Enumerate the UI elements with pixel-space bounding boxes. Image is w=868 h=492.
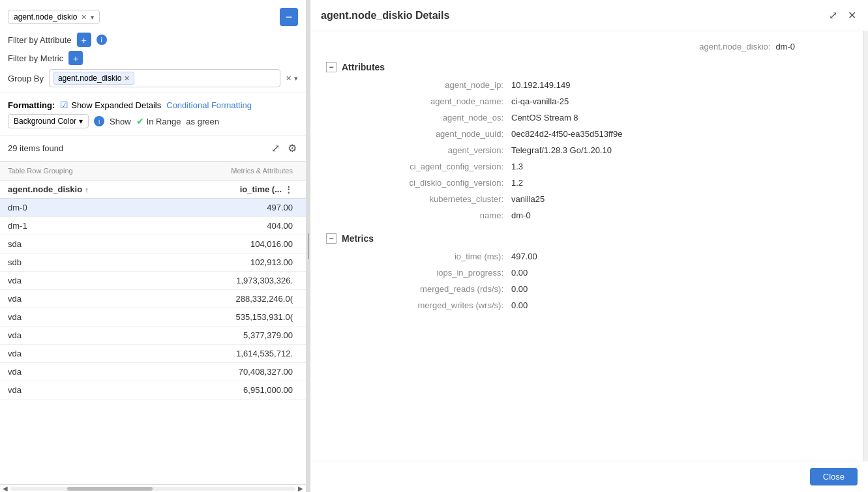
formatting-section: Formatting: ☑ Show Expanded Details Cond… <box>0 93 306 136</box>
table-row[interactable]: vda 535,153,931.0( <box>0 308 306 326</box>
table-row[interactable]: vda 1,973,303,326. <box>0 272 306 290</box>
detail-top-kv: agent.node_diskio: dm-0 <box>326 42 847 51</box>
row-name: dm-0 <box>0 199 220 216</box>
minus-button[interactable]: − <box>280 8 298 26</box>
attribute-row: name: dm-0 <box>342 210 847 220</box>
attribute-row: kubernetes_cluster: vanilla25 <box>342 194 847 204</box>
table-scroll[interactable]: dm-0 497.00 dm-1 404.00 sda 104,016.00 s… <box>0 199 306 484</box>
filter-attribute-label: Filter by Attribute <box>8 35 72 45</box>
sub-col-metric[interactable]: io_time (... ⋮ <box>220 181 298 198</box>
table-row[interactable]: vda 5,377,379.00 <box>0 326 306 345</box>
table-row[interactable]: dm-0 497.00 <box>0 199 306 217</box>
group-by-clear-icon[interactable]: ✕ <box>286 74 292 83</box>
right-scrollbar[interactable] <box>863 31 868 461</box>
attr-val: 1.2 <box>511 178 523 188</box>
attr-val: 1.3 <box>511 162 523 171</box>
group-by-tag-label: agent.node_diskio <box>58 74 121 83</box>
row-name: vda <box>0 381 220 399</box>
table-icons: ⤢ ⚙ <box>270 141 298 156</box>
metric-row: io_time (ms): 497.00 <box>342 252 847 261</box>
filter-metric-row: Filter by Metric + <box>8 51 298 65</box>
attr-key: agent_node_name: <box>342 96 511 106</box>
scroll-left-arrow-icon[interactable]: ◀ <box>3 485 8 492</box>
show-expanded-checkbox-icon[interactable]: ☑ <box>60 100 68 110</box>
right-footer: Close <box>310 461 868 492</box>
group-by-dropdown-icon[interactable]: ▾ <box>294 74 298 83</box>
top-kv-val: dm-0 <box>775 42 795 51</box>
row-value: 5,377,379.00 <box>220 326 298 344</box>
row-value: 404.00 <box>220 217 298 235</box>
attr-val: Telegraf/1.28.3 Go/1.20.10 <box>511 145 612 155</box>
left-panel: agent.node_diskio ✕ ▾ − Filter by Attrib… <box>0 0 307 492</box>
attr-key: ci_diskio_config_version: <box>342 178 511 188</box>
filter-attribute-info-icon[interactable]: i <box>97 35 107 45</box>
table-expand-icon[interactable]: ⤢ <box>270 141 281 156</box>
close-button[interactable]: Close <box>810 468 858 485</box>
group-by-tag: agent.node_diskio ✕ <box>53 72 134 85</box>
row-name: sdb <box>0 253 220 271</box>
table-row[interactable]: vda 6,951,000.00 <box>0 381 306 399</box>
table-row[interactable]: sdb 102,913.00 <box>0 253 306 272</box>
detail-panel-title: agent.node_diskio Details <box>321 10 449 22</box>
filter-metric-label: Filter by Metric <box>8 53 63 63</box>
kebab-icon[interactable]: ⋮ <box>284 184 293 194</box>
background-color-arrow-icon[interactable]: ▾ <box>79 117 83 126</box>
table-row[interactable]: vda 1,614,535,712. <box>0 345 306 363</box>
table-row[interactable]: dm-1 404.00 <box>0 217 306 235</box>
formatting-label: Formatting: <box>8 100 55 110</box>
attribute-tag[interactable]: agent.node_diskio ✕ ▾ <box>8 10 100 24</box>
row-value: 497.00 <box>220 199 298 216</box>
row-name: sda <box>0 235 220 253</box>
sub-col-name-label: agent.node_diskio <box>8 184 82 194</box>
formatting-row2: Background Color ▾ i Show ✔ In Range as … <box>8 114 298 128</box>
metric-row: merged_reads (rds/s): 0.00 <box>342 284 847 294</box>
table-row[interactable]: sda 104,016.00 <box>0 235 306 253</box>
attr-key: ci_agent_config_version: <box>342 162 511 171</box>
table-row[interactable]: vda 288,332,246.0( <box>0 290 306 308</box>
table-settings-icon[interactable]: ⚙ <box>286 141 298 156</box>
metric-val: 0.00 <box>511 284 528 294</box>
attributes-collapse-icon[interactable]: − <box>326 62 337 72</box>
group-by-tag-close-icon[interactable]: ✕ <box>124 74 130 83</box>
filter-attribute-row: Filter by Attribute + i <box>8 33 298 47</box>
attribute-tag-label: agent.node_diskio <box>14 12 77 22</box>
group-by-input[interactable]: agent.node_diskio ✕ <box>49 69 280 87</box>
group-by-label: Group By <box>8 74 44 83</box>
formatting-info-icon[interactable]: i <box>94 116 104 126</box>
scroll-thumb <box>67 487 153 491</box>
row-value: 6,951,000.00 <box>220 381 298 399</box>
metric-key: merged_writes (wrs/s): <box>342 300 511 310</box>
group-by-row: Group By agent.node_diskio ✕ ✕ ▾ <box>8 69 298 87</box>
row-value: 535,153,931.0( <box>220 308 298 326</box>
expand-icon-button[interactable]: ⤢ <box>828 8 839 23</box>
row-name: vda <box>0 345 220 362</box>
table-row[interactable]: vda 70,408,327.00 <box>0 363 306 381</box>
background-color-dropdown[interactable]: Background Color ▾ <box>8 114 89 128</box>
metrics-collapse-icon[interactable]: − <box>326 233 337 244</box>
conditional-formatting-link[interactable]: Conditional Formatting <box>166 100 252 110</box>
filter-metric-add-button[interactable]: + <box>68 51 83 65</box>
right-header-icons: ⤢ ✕ <box>828 8 858 23</box>
attributes-section-label: Attributes <box>342 62 385 72</box>
in-range-label: In Range <box>147 117 181 126</box>
show-expanded-row[interactable]: ☑ Show Expanded Details <box>60 100 161 110</box>
attribute-tag-close-icon[interactable]: ✕ <box>81 13 87 22</box>
row-value: 70,408,327.00 <box>220 363 298 381</box>
scroll-right-arrow-icon[interactable]: ▶ <box>298 485 303 492</box>
attr-val: vanilla25 <box>511 194 545 204</box>
attr-key: name: <box>342 210 511 220</box>
show-expanded-label: Show Expanded Details <box>71 100 161 110</box>
row-value: 1,973,303,326. <box>220 272 298 289</box>
sort-arrow-icon[interactable]: ↑ <box>85 186 89 194</box>
close-panel-button[interactable]: ✕ <box>846 8 858 23</box>
metric-val: 497.00 <box>511 252 537 261</box>
formatting-row1: Formatting: ☑ Show Expanded Details Cond… <box>8 100 298 110</box>
attribute-row: ci_diskio_config_version: 1.2 <box>342 178 847 188</box>
sub-col-name[interactable]: agent.node_diskio ↑ <box>0 181 220 198</box>
group-by-controls: ✕ ▾ <box>286 74 298 83</box>
filter-attribute-add-button[interactable]: + <box>77 33 91 47</box>
attribute-tag-dropdown-icon[interactable]: ▾ <box>91 14 94 21</box>
attr-val: 10.192.149.149 <box>511 80 570 90</box>
top-kv-pair: agent.node_diskio: dm-0 <box>699 42 795 51</box>
horizontal-scrollbar[interactable]: ◀ ▶ <box>0 484 306 492</box>
